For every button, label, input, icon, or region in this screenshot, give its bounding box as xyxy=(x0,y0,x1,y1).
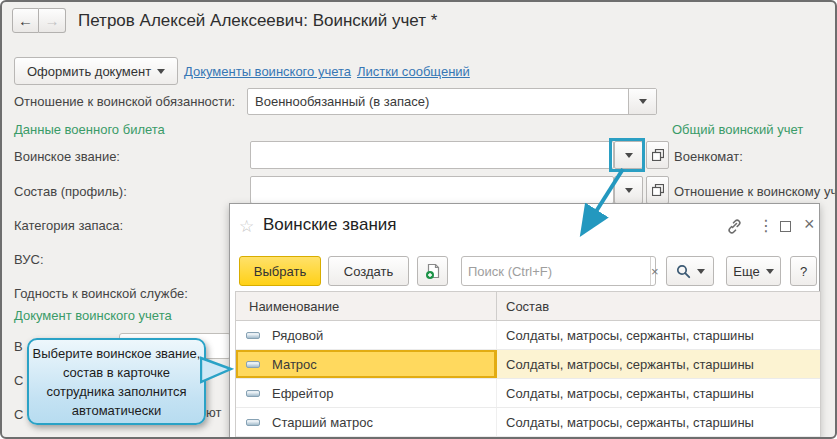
covered-label-fragment: С xyxy=(14,407,23,422)
page-title: Петров Алексей Алексеевич: Воинский учет… xyxy=(78,11,437,31)
staff-cell: Солдаты, матросы, сержанты, старшины xyxy=(497,350,820,378)
open-form-icon xyxy=(652,149,664,161)
search-box: × xyxy=(461,256,656,286)
rank-input[interactable] xyxy=(250,141,614,169)
caret-down-icon xyxy=(766,269,774,274)
close-icon[interactable]: × xyxy=(804,214,815,235)
structure-open-button[interactable] xyxy=(646,176,669,204)
column-header-staff[interactable]: Состав xyxy=(497,292,820,320)
new-item-button[interactable] xyxy=(417,256,448,286)
table-row[interactable]: Ефрейтор Солдаты, матросы, сержанты, ста… xyxy=(236,379,820,408)
search-clear-button[interactable]: × xyxy=(650,257,659,285)
structure-label: Состав (профиль): xyxy=(14,184,127,199)
get-link-icon[interactable] xyxy=(726,219,743,237)
doc-section-header: Документ воинского учета xyxy=(14,308,172,323)
popup-titlebar: ☆ Воинские звания ⋮ × xyxy=(230,204,819,250)
open-form-icon xyxy=(652,184,664,196)
chain-link-icon xyxy=(726,219,743,234)
magnifier-icon xyxy=(676,264,691,279)
section-military-card: Данные военного билета xyxy=(14,122,165,137)
table-row[interactable]: Старший матрос Солдаты, матросы, сержант… xyxy=(236,408,820,437)
list-item-marker-icon xyxy=(246,390,260,397)
maximize-icon[interactable] xyxy=(780,221,791,232)
rank-name: Ефрейтор xyxy=(272,386,333,401)
select-button[interactable]: Выбрать xyxy=(239,256,321,286)
create-button-label: Создать xyxy=(344,264,393,279)
relation-combobox[interactable]: Военнообязанный (в запасе) xyxy=(247,88,657,115)
hint-text: сотрудника заполнится xyxy=(46,382,186,401)
annotation-highlight-box xyxy=(609,138,645,172)
favorite-star-icon[interactable]: ☆ xyxy=(239,216,254,237)
help-button[interactable]: ? xyxy=(790,256,817,286)
more-button-label: Еще xyxy=(733,264,759,279)
relation-dropdown-button[interactable] xyxy=(628,89,656,114)
structure-input[interactable] xyxy=(250,176,614,204)
create-document-button[interactable]: Оформить документ xyxy=(14,57,178,85)
rank-name: Старший матрос xyxy=(272,415,373,430)
caret-down-icon xyxy=(639,99,647,104)
list-item-marker-icon xyxy=(246,332,260,339)
military-office-label: Военкомат: xyxy=(674,149,743,164)
nav-history-group: ← → xyxy=(12,8,66,33)
ranks-table: Наименование Состав Рядовой Солдаты, мат… xyxy=(235,291,821,438)
callout-tail xyxy=(200,355,234,385)
reserve-category-label: Категория запаса: xyxy=(14,218,123,233)
nav-forward-button[interactable]: → xyxy=(39,8,66,33)
relation-value: Военнообязанный (в запасе) xyxy=(255,94,429,109)
hint-callout: Выберите воинское звание, состав в карто… xyxy=(27,338,206,425)
link-message-sheets[interactable]: Листки сообщений xyxy=(357,64,470,79)
hint-text: Выберите воинское звание, xyxy=(33,344,201,363)
structure-dropdown-button[interactable] xyxy=(614,176,643,204)
search-input[interactable] xyxy=(462,257,650,285)
caret-down-icon xyxy=(625,188,633,193)
select-button-label: Выбрать xyxy=(254,264,306,279)
popup-title: Воинские звания xyxy=(263,215,396,235)
rank-label: Воинское звание: xyxy=(14,149,120,164)
name-cell: Старший матрос xyxy=(236,408,497,436)
ranks-popup-window: ☆ Воинские звания ⋮ × Выбрать xyxy=(229,203,820,439)
vus-label: ВУС: xyxy=(14,252,44,267)
name-cell: Рядовой xyxy=(236,321,497,349)
more-button[interactable]: Еще xyxy=(726,256,781,286)
arrow-left-icon: ← xyxy=(18,12,33,29)
hint-text: состав в карточке xyxy=(63,363,170,382)
military-relation-label: Отношение к воинскому уч xyxy=(674,184,836,199)
section-general-record: Общий воинский учет xyxy=(672,122,803,137)
arrow-right-icon: → xyxy=(45,12,60,29)
rank-open-button[interactable] xyxy=(646,141,669,169)
help-button-label: ? xyxy=(800,264,807,279)
covered-text-fragment: ют xyxy=(206,405,221,420)
hint-text: автоматически xyxy=(72,401,161,420)
link-military-documents[interactable]: Документы воинского учета xyxy=(184,64,351,79)
caret-down-icon xyxy=(157,69,165,74)
staff-cell: Солдаты, матросы, сержанты, старшины xyxy=(497,379,820,407)
name-cell: Ефрейтор xyxy=(236,379,497,407)
table-row[interactable]: Рядовой Солдаты, матросы, сержанты, стар… xyxy=(236,321,820,350)
staff-cell: Солдаты, матросы, сержанты, старшины xyxy=(497,408,820,436)
fitness-label: Годность к воинской службе: xyxy=(14,286,188,301)
menu-dots-icon[interactable]: ⋮ xyxy=(758,216,774,235)
list-item-marker-icon xyxy=(246,361,260,368)
covered-label-fragment: С xyxy=(14,373,23,388)
name-cell: Матрос xyxy=(236,350,497,378)
square-icon xyxy=(780,221,791,232)
create-button[interactable]: Создать xyxy=(328,256,409,286)
nav-back-button[interactable]: ← xyxy=(12,8,39,33)
rank-name: Рядовой xyxy=(272,328,323,343)
document-plus-icon xyxy=(425,263,441,280)
relation-label: Отношение к воинской обязанности: xyxy=(14,94,235,109)
covered-label-fragment: В xyxy=(14,339,23,354)
table-header-row: Наименование Состав xyxy=(236,292,820,321)
rank-name: Матрос xyxy=(272,357,317,372)
caret-down-icon xyxy=(697,269,705,274)
staff-cell: Солдаты, матросы, сержанты, старшины xyxy=(497,321,820,349)
search-options-button[interactable] xyxy=(666,256,714,286)
table-row-selected[interactable]: Матрос Солдаты, матросы, сержанты, старш… xyxy=(236,350,820,379)
column-header-name[interactable]: Наименование xyxy=(236,292,497,320)
list-item-marker-icon xyxy=(246,419,260,426)
app-window: ← → Петров Алексей Алексеевич: Воинский … xyxy=(0,0,837,439)
create-document-label: Оформить документ xyxy=(27,64,151,79)
